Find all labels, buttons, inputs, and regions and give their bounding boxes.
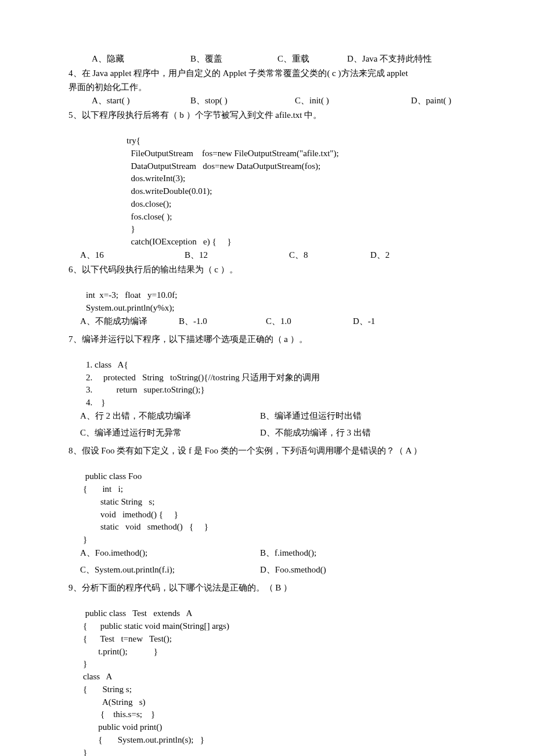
page-container: A、隐藏 B、覆盖 C、重载 D、Java 不支持此特性 4、在 Java ap… [0, 0, 534, 756]
q9-stem: 9、分析下面的程序代码，以下哪个说法是正确的。（ B ） [68, 581, 466, 595]
q8-code-3: void imethod() { } [83, 510, 178, 519]
q7-opt-b: B、编译通过但运行时出错 [260, 409, 362, 423]
q5-code-3: dos.writeInt(3); [127, 174, 185, 183]
q9-code-8: { this.s=s; } [83, 710, 155, 719]
q7-code-2: 3. return super.toString();} [86, 385, 205, 394]
q5-code-4: dos.writeDouble(0.01); [127, 186, 212, 196]
q9-code-11: } [83, 748, 87, 757]
q9-code-6: { String s; [83, 685, 132, 694]
q8-opt-d: D、Foo.smethod() [260, 563, 326, 577]
q4-opt-c: C、init( ) [295, 94, 411, 107]
q4: 4、在 Java applet 程序中，用户自定义的 Applet 子类常常覆盖… [68, 67, 466, 107]
q6-opt-a: A、不能成功编译 [80, 315, 179, 328]
q7-opt-c: C、编译通过运行时无异常 [80, 426, 260, 440]
q5-opt-c: C、8 [289, 249, 370, 262]
q5-code-2: DataOutputStream dos=new DataOutputStrea… [127, 161, 320, 171]
q8-opt-c: C、System.out.println(f.i); [80, 563, 260, 577]
q6-code-0: int x=-3; float y=10.0f; [86, 290, 177, 300]
q7-code-0: 1. class A{ [86, 360, 128, 369]
q8-code: public class Foo { int i; static String … [83, 458, 466, 546]
q8-code-5: } [83, 535, 87, 544]
q5-code: try{ FileOutputStream fos=new FileOutput… [127, 122, 466, 249]
q5-code-8: catch(IOException e) { } [127, 237, 232, 246]
q4-opt-a: A、start( ) [92, 94, 190, 107]
q6: 6、以下代码段执行后的输出结果为（ c ）。 int x=-3; float y… [68, 263, 466, 328]
q6-opt-d: D、-1 [353, 315, 375, 328]
q9-code-2: { Test t=new Test(); [83, 634, 172, 643]
q5-code-6: fos.close( ); [127, 212, 172, 221]
q6-opt-c: C、1.0 [266, 315, 353, 328]
q3-opt-b: B、覆盖 [190, 52, 277, 66]
q9-code-4: } [83, 659, 87, 668]
q9-code-0: public class Test extends A [83, 609, 192, 618]
q5-opt-a: A、16 [80, 249, 185, 262]
q9-code-7: A(String s) [83, 697, 146, 707]
q9-code-10: { System.out.println(s); } [83, 735, 204, 744]
q8-opt-b: B、f.imethod(); [260, 546, 316, 560]
q9-code-5: class A [83, 672, 112, 681]
q9-code-1: { public static void main(String[] args) [83, 621, 229, 631]
q3-opt-a: A、隐藏 [92, 52, 190, 66]
q8-stem: 8、假设 Foo 类有如下定义，设 f 是 Foo 类的一个实例，下列语句调用哪… [68, 444, 466, 458]
q7-opt-d: D、不能成功编译，行 3 出错 [260, 426, 371, 440]
q6-stem: 6、以下代码段执行后的输出结果为（ c ）。 [68, 263, 466, 276]
q9: 9、分析下面的程序代码，以下哪个说法是正确的。（ B ） public clas… [68, 581, 466, 756]
q8-code-4: static void smethod() { } [83, 522, 208, 531]
q5-opt-d: D、2 [370, 249, 389, 262]
q6-code-1: System.out.println(y%x); [86, 303, 175, 312]
q5-code-1: FileOutputStream fos=new FileOutputStrea… [127, 149, 339, 158]
q3-opt-c: C、重载 [277, 52, 347, 66]
q9-code-3: t.print(); } [83, 647, 158, 656]
q4-stem-2: 界面的初始化工作。 [68, 81, 466, 94]
q5-code-5: dos.close(); [127, 199, 171, 208]
q4-stem-1: 4、在 Java applet 程序中，用户自定义的 Applet 子类常常覆盖… [68, 67, 466, 80]
q6-code: int x=-3; float y=10.0f; System.out.prin… [86, 276, 466, 314]
q8: 8、假设 Foo 类有如下定义，设 f 是 Foo 类的一个实例，下列语句调用哪… [68, 444, 466, 577]
q9-code: public class Test extends A { public sta… [83, 595, 466, 757]
q7-code: 1. class A{ 2. protected String toString… [86, 346, 466, 409]
q8-code-2: static String s; [83, 497, 154, 506]
q9-code-9: public void print() [83, 722, 162, 732]
q5-stem: 5、以下程序段执行后将有（ b ）个字节被写入到文件 afile.txt 中。 [68, 109, 466, 122]
q5: 5、以下程序段执行后将有（ b ）个字节被写入到文件 afile.txt 中。 … [68, 109, 466, 262]
q8-code-1: { int i; [83, 484, 123, 494]
q7-code-1: 2. protected String toString(){//tostrin… [86, 373, 320, 382]
q4-opt-d: D、paint( ) [411, 94, 452, 107]
q8-opt-a: A、Foo.imethod(); [80, 546, 260, 560]
q3-options: A、隐藏 B、覆盖 C、重载 D、Java 不支持此特性 [68, 52, 466, 66]
q7-code-3: 4. } [86, 398, 105, 407]
q3-opt-d: D、Java 不支持此特性 [347, 52, 432, 66]
q5-code-7: } [127, 224, 135, 233]
q5-opt-b: B、12 [185, 249, 289, 262]
q4-opt-b: B、stop( ) [190, 94, 295, 107]
q7: 7、编译并运行以下程序，以下描述哪个选项是正确的（ a ）。 1. class … [68, 333, 466, 440]
q8-code-0: public class Foo [83, 471, 142, 481]
q6-opt-b: B、-1.0 [179, 315, 266, 328]
q7-opt-a: A、行 2 出错，不能成功编译 [80, 409, 260, 423]
q5-code-0: try{ [127, 136, 140, 145]
q7-stem: 7、编译并运行以下程序，以下描述哪个选项是正确的（ a ）。 [68, 333, 466, 346]
